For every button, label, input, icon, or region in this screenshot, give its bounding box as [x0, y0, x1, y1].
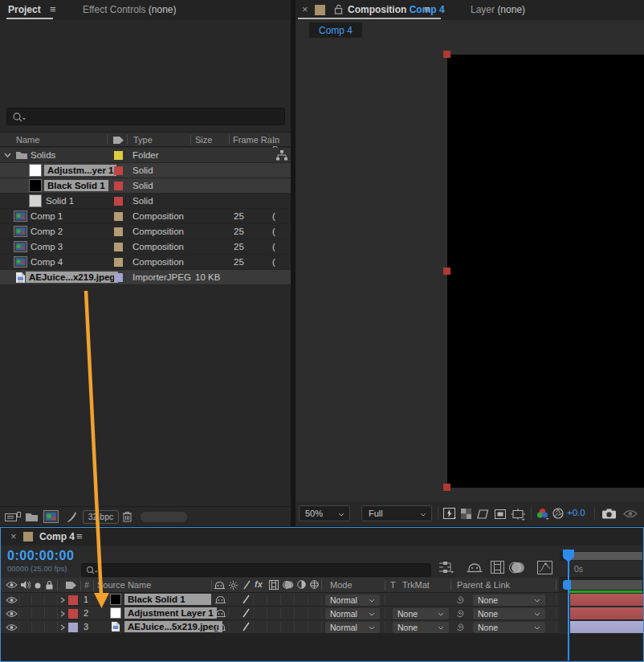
layer-row-aejuice-jpeg[interactable]: 3 AEJuice...5x219.jpeg Normal None — [1, 620, 559, 634]
collapse-transformations-icon[interactable] — [229, 581, 238, 590]
layer-source-name[interactable]: Black Solid 1 — [124, 594, 211, 605]
chevron-right-icon[interactable] — [60, 624, 65, 631]
blend-mode-select[interactable]: Normal — [325, 622, 380, 633]
project-row-solid-1[interactable]: Solid 1 Solid — [0, 194, 291, 209]
project-row-comp-3[interactable]: Comp 3 Composition 25 ( — [0, 239, 291, 255]
snapshot-camera-icon[interactable] — [602, 509, 617, 519]
item-name[interactable]: Comp 4 — [31, 257, 63, 267]
col-size[interactable]: Size — [195, 135, 212, 145]
frame-blending-icon[interactable] — [491, 561, 504, 574]
zoom-dropdown[interactable]: 50% — [299, 505, 350, 521]
col-type[interactable]: Type — [133, 135, 153, 145]
item-name[interactable]: Comp 1 — [31, 211, 63, 221]
adjustment-brush-icon[interactable] — [66, 511, 77, 523]
label-color-swatch[interactable] — [114, 258, 123, 267]
parent-pickwhip-icon[interactable] — [455, 622, 466, 632]
label-column-tag-icon[interactable] — [112, 136, 124, 145]
composition-panel-menu-icon[interactable]: ≡ — [424, 3, 430, 15]
graph-editor-icon[interactable] — [537, 561, 552, 574]
label-color-swatch[interactable] — [114, 166, 123, 175]
quality-toggle-icon[interactable] — [243, 595, 250, 604]
parent-select[interactable]: None — [473, 595, 545, 606]
motion-blur-icon[interactable] — [509, 562, 525, 574]
interpret-footage-icon[interactable] — [5, 512, 21, 522]
layer-duration-bar-1[interactable] — [570, 594, 644, 606]
camera-view-icon[interactable] — [511, 509, 527, 521]
chevron-right-icon[interactable] — [60, 611, 65, 617]
playhead-line[interactable] — [568, 554, 569, 660]
quality-toggle-icon[interactable] — [243, 608, 250, 618]
shy-toggle-icon[interactable] — [215, 609, 226, 618]
item-name[interactable]: Solid 1 — [46, 196, 74, 206]
new-composition-icon[interactable] — [43, 510, 59, 523]
project-row-aejuice-jpeg[interactable]: AEJuice...x219.jpeg ImporterJPEG 10 KB — [0, 270, 291, 285]
quality-toggle-icon[interactable] — [243, 622, 250, 631]
shy-toggle-icon[interactable] — [215, 595, 226, 604]
trash-icon[interactable] — [122, 511, 132, 522]
col-trkmat[interactable]: TrkMat — [402, 580, 430, 590]
col-mode[interactable]: Mode — [330, 580, 353, 590]
layer-duration-bar-2[interactable] — [570, 607, 644, 619]
transparency-grid-icon[interactable] — [461, 509, 471, 519]
video-eye-icon[interactable] — [6, 581, 18, 589]
lock-icon[interactable] — [334, 4, 343, 14]
close-icon[interactable]: × — [10, 530, 17, 542]
item-name[interactable]: AEJuice...x219.jpeg — [26, 272, 118, 283]
exposure-value[interactable]: +0.0 — [567, 508, 585, 517]
layer-handle-bottom-left[interactable] — [443, 484, 450, 491]
shy-toggle-icon[interactable] — [215, 623, 226, 631]
mask-visibility-icon[interactable] — [477, 509, 489, 519]
trkmat-select[interactable]: None — [393, 608, 449, 619]
fx-icon[interactable]: fx — [255, 579, 263, 589]
draft-3d-icon[interactable] — [467, 562, 483, 574]
item-name[interactable]: Comp 3 — [31, 242, 63, 251]
layer-source-name[interactable]: AEJuice...5x219.jpeg — [124, 621, 222, 632]
timeline-tab-comp4[interactable]: Comp 4 — [39, 531, 75, 542]
trkmat-select[interactable]: None — [393, 622, 449, 633]
layer-row-adjustment-layer[interactable]: 2 Adjustment Layer 1 Normal None None — [1, 607, 559, 620]
3d-layer-column-icon[interactable] — [310, 580, 319, 589]
current-timecode[interactable]: 0:00:00:00 — [7, 549, 74, 563]
tab-project[interactable]: Project — [8, 4, 41, 15]
timeline-empty-area[interactable] — [1, 634, 642, 660]
label-color-swatch[interactable] — [114, 227, 123, 236]
layer-label-swatch[interactable] — [68, 623, 78, 632]
layer-label-swatch[interactable] — [68, 595, 78, 605]
project-row-comp-4[interactable]: Comp 4 Composition 25 ( — [0, 255, 291, 270]
layer-source-name[interactable]: Adjustment Layer 1 — [124, 607, 217, 619]
composition-canvas[interactable] — [447, 55, 644, 488]
audio-speaker-icon[interactable] — [20, 580, 31, 590]
flowchart-icon[interactable] — [276, 150, 287, 161]
col-source-name[interactable]: Source Name — [97, 580, 151, 590]
item-name[interactable]: Black Solid 1 — [44, 180, 108, 191]
show-snapshot-eye-icon[interactable] — [623, 509, 638, 518]
fast-preview-icon[interactable] — [443, 508, 457, 520]
exposure-shutter-icon[interactable] — [552, 508, 564, 519]
parent-select[interactable]: None — [473, 608, 545, 619]
timeline-search-input[interactable] — [81, 563, 431, 577]
resolution-dropdown[interactable]: Full — [361, 505, 432, 521]
project-row-comp-2[interactable]: Comp 2 Composition 25 ( — [0, 224, 291, 239]
timeline-panel-menu-icon[interactable]: ≡ — [76, 530, 83, 542]
item-name[interactable]: Solids — [31, 150, 55, 160]
shy-icon[interactable] — [214, 581, 225, 590]
new-folder-icon[interactable] — [25, 512, 39, 522]
layer-duration-bar-3[interactable] — [570, 621, 644, 633]
item-name[interactable]: Comp 2 — [31, 227, 63, 236]
work-area-start-handle[interactable] — [563, 580, 571, 590]
project-row-black-solid[interactable]: Black Solid 1 Solid — [0, 178, 291, 194]
layer-row-black-solid[interactable]: 1 Black Solid 1 Normal None — [1, 593, 559, 607]
col-frame-rate[interactable]: Frame Ra.. — [233, 135, 277, 145]
layer-visibility-eye-icon[interactable] — [6, 596, 18, 604]
label-color-swatch[interactable] — [114, 182, 123, 190]
layer-visibility-eye-icon[interactable] — [6, 623, 18, 631]
layer-handle-top-left[interactable] — [443, 51, 450, 58]
label-column-tag-icon[interactable] — [65, 581, 77, 590]
playhead-marker[interactable] — [562, 549, 575, 563]
col-t[interactable]: T — [390, 580, 396, 590]
label-color-swatch[interactable] — [114, 212, 123, 221]
chevron-right-icon[interactable] — [60, 597, 65, 603]
project-panel-menu-icon[interactable]: ≡ — [50, 3, 56, 15]
label-color-swatch[interactable] — [114, 151, 123, 160]
navigator-bar[interactable] — [572, 552, 642, 560]
